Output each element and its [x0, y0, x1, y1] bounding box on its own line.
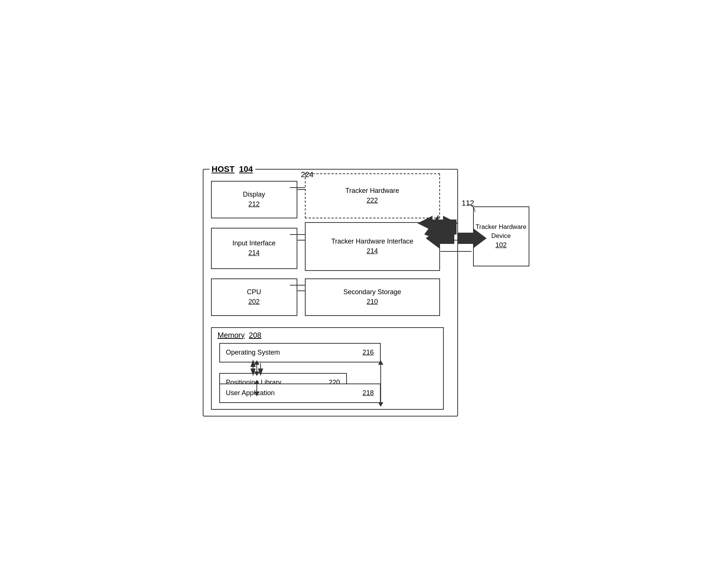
- memory-box: Memory 208 Operating System 216 Position…: [211, 327, 444, 410]
- tracker-hardware-interface-label: Tracker Hardware Interface 214: [306, 223, 439, 270]
- secondary-storage-box: Secondary Storage 210: [305, 278, 440, 316]
- label-112: 112: [462, 199, 474, 208]
- memory-label: Memory 208: [218, 331, 262, 340]
- input-interface-label: Input Interface 214: [212, 229, 297, 268]
- tracker-device-label: Tracker Hardware Device 102: [474, 207, 529, 266]
- secondary-storage-text: Secondary Storage: [343, 287, 401, 297]
- svg-marker-29: [464, 236, 472, 240]
- input-interface-ref: 214: [248, 248, 259, 258]
- tracker-hardware-dashed-ref: 222: [366, 196, 378, 205]
- os-text: Operating System: [226, 348, 280, 357]
- user-app-text: User Application: [226, 388, 275, 398]
- ref-224-text: 224: [301, 170, 314, 179]
- host-label-text: HOST: [212, 164, 235, 174]
- tracker-hardware-interface-ref: 214: [366, 247, 378, 256]
- tracker-hardware-dashed-box: Tracker Hardware 222: [305, 173, 440, 218]
- secondary-storage-ref: 210: [366, 297, 378, 307]
- tracker-device-box: Tracker Hardware Device 102: [473, 206, 529, 266]
- display-label: Display 212: [212, 182, 297, 218]
- tracker-device-text: Tracker Hardware Device: [474, 223, 529, 241]
- cpu-box: CPU 202: [211, 278, 297, 316]
- tracker-device-ref: 102: [495, 241, 506, 250]
- host-ref: 104: [239, 164, 253, 174]
- os-box: Operating System 216: [219, 343, 381, 362]
- user-app-ref: 218: [362, 388, 374, 398]
- secondary-storage-label: Secondary Storage 210: [306, 279, 439, 315]
- input-interface-text: Input Interface: [232, 239, 276, 248]
- ref-112-text: 112: [462, 199, 474, 207]
- tracker-hardware-dashed-text: Tracker Hardware: [345, 186, 399, 196]
- tracker-hardware-interface-box: Tracker Hardware Interface 214: [305, 222, 440, 271]
- cpu-label: CPU 202: [212, 279, 297, 315]
- cpu-text: CPU: [247, 287, 261, 297]
- user-app-box: User Application 218: [219, 383, 381, 403]
- tracker-hardware-interface-text: Tracker Hardware Interface: [331, 237, 413, 246]
- tracker-hardware-dashed-label: Tracker Hardware 222: [306, 174, 439, 218]
- os-label: Operating System 216: [220, 344, 380, 362]
- display-box: Display 212: [211, 181, 297, 218]
- host-box: HOST 104 Display 212 Input Interface 214…: [203, 169, 458, 417]
- input-interface-box: Input Interface 214: [211, 228, 297, 269]
- memory-ref: 208: [249, 331, 261, 339]
- display-ref: 212: [248, 200, 259, 209]
- label-224: 224: [301, 170, 314, 179]
- memory-text: Memory: [218, 331, 245, 339]
- host-label: HOST 104: [210, 164, 255, 174]
- user-app-label: User Application 218: [220, 384, 380, 402]
- diagram: HOST 104 Display 212 Input Interface 214…: [195, 158, 533, 428]
- os-ref: 216: [362, 348, 374, 357]
- display-text: Display: [243, 190, 265, 199]
- cpu-ref: 202: [248, 297, 259, 307]
